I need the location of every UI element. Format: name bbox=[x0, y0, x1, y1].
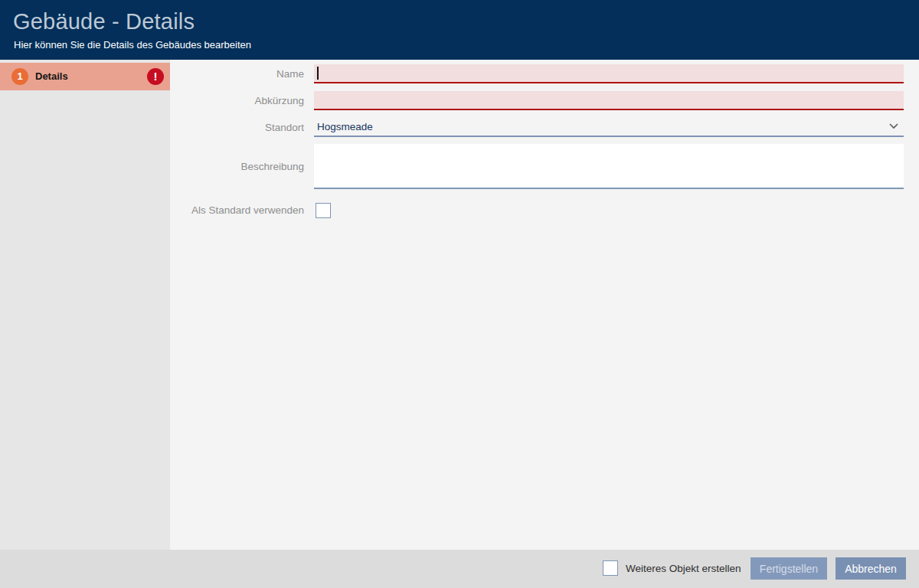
abbreviation-field[interactable] bbox=[314, 91, 904, 110]
chevron-down-icon bbox=[889, 123, 898, 129]
location-selected-value: Hogsmeade bbox=[317, 118, 373, 136]
description-field[interactable] bbox=[314, 144, 904, 189]
dialog-header: Gebäude - Details Hier können Sie die De… bbox=[0, 0, 919, 60]
description-label: Beschreibung bbox=[170, 144, 304, 189]
step-label: Details bbox=[35, 63, 68, 90]
create-another-label: Weiteres Objekt erstellen bbox=[626, 550, 741, 588]
use-as-default-checkbox[interactable] bbox=[316, 203, 331, 218]
name-field[interactable] bbox=[314, 64, 904, 83]
finish-button[interactable]: Fertigstellen bbox=[751, 557, 827, 580]
location-label: Standort bbox=[170, 118, 304, 137]
dialog-title: Gebäude - Details bbox=[13, 8, 195, 34]
location-select[interactable]: Hogsmeade bbox=[314, 118, 904, 137]
step-number-badge: 1 bbox=[11, 68, 28, 85]
dialog-footer: Weiteres Objekt erstellen Fertigstellen … bbox=[0, 550, 919, 588]
error-icon: ! bbox=[147, 68, 164, 85]
details-form: Name Abkürzung Standort Hogsmeade Beschr… bbox=[170, 60, 919, 550]
text-caret bbox=[317, 67, 319, 80]
sidebar-step-details[interactable]: 1 Details ! bbox=[0, 63, 170, 90]
cancel-button[interactable]: Abbrechen bbox=[836, 557, 906, 580]
abbreviation-input[interactable] bbox=[316, 91, 901, 108]
description-textarea[interactable] bbox=[316, 145, 901, 186]
dialog-subtitle: Hier können Sie die Details des Gebäudes… bbox=[14, 39, 251, 51]
wizard-sidebar: 1 Details ! bbox=[0, 60, 170, 550]
use-as-default-label: Als Standard verwenden bbox=[170, 203, 304, 218]
name-label: Name bbox=[170, 64, 304, 83]
abbreviation-label: Abkürzung bbox=[170, 91, 304, 110]
name-input[interactable] bbox=[316, 64, 901, 81]
create-another-checkbox[interactable] bbox=[603, 560, 618, 576]
